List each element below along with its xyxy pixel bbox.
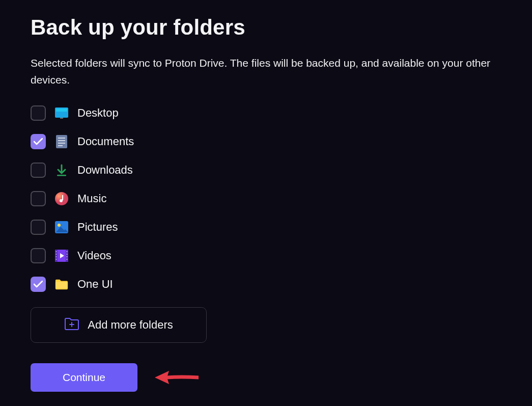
folder-label: Music xyxy=(77,192,106,205)
svg-rect-24 xyxy=(55,282,68,288)
svg-rect-3 xyxy=(56,135,67,148)
downloads-icon xyxy=(55,164,68,177)
folder-list: Desktop Documents Downloads Music xyxy=(31,105,501,292)
folder-icon xyxy=(55,278,68,291)
music-icon xyxy=(55,192,68,205)
pictures-icon xyxy=(55,221,68,234)
continue-button[interactable]: Continue xyxy=(31,363,137,392)
svg-point-18 xyxy=(56,256,57,257)
folder-row-desktop[interactable]: Desktop xyxy=(31,105,501,121)
checkbox-desktop[interactable] xyxy=(31,105,46,121)
folder-row-documents[interactable]: Documents xyxy=(31,134,501,149)
page-subtitle: Selected folders will sync to Proton Dri… xyxy=(31,55,501,88)
checkbox-one-ui[interactable] xyxy=(31,277,46,292)
documents-icon xyxy=(55,135,68,148)
svg-point-23 xyxy=(67,259,68,260)
svg-point-9 xyxy=(55,192,68,205)
svg-point-19 xyxy=(56,259,57,260)
folder-label: Downloads xyxy=(77,164,133,177)
checkbox-videos[interactable] xyxy=(31,248,46,263)
svg-rect-5 xyxy=(58,140,65,141)
folder-label: Desktop xyxy=(77,106,119,120)
checkbox-pictures[interactable] xyxy=(31,220,46,235)
folder-row-videos[interactable]: Videos xyxy=(31,248,501,263)
folder-row-one-ui[interactable]: One UI xyxy=(31,277,501,292)
folder-row-music[interactable]: Music xyxy=(31,191,501,206)
folder-label: Videos xyxy=(77,249,111,262)
folder-label: One UI xyxy=(77,278,113,291)
svg-rect-1 xyxy=(56,109,67,112)
continue-label: Continue xyxy=(63,371,105,384)
svg-point-10 xyxy=(60,199,63,202)
videos-icon xyxy=(55,249,68,262)
svg-rect-8 xyxy=(57,175,66,176)
svg-point-20 xyxy=(67,251,68,252)
svg-point-21 xyxy=(67,254,68,255)
folder-plus-icon xyxy=(64,317,79,333)
svg-point-17 xyxy=(56,254,57,255)
page-title: Back up your folders xyxy=(31,15,501,40)
svg-point-12 xyxy=(58,224,61,227)
add-more-label: Add more folders xyxy=(88,318,173,332)
folder-label: Documents xyxy=(77,135,134,148)
folder-row-pictures[interactable]: Pictures xyxy=(31,220,501,235)
checkbox-music[interactable] xyxy=(31,191,46,206)
svg-rect-6 xyxy=(58,143,65,144)
desktop-icon xyxy=(55,106,68,120)
folder-label: Pictures xyxy=(77,221,118,234)
checkbox-documents[interactable] xyxy=(31,134,46,149)
svg-point-16 xyxy=(56,251,57,252)
svg-point-22 xyxy=(67,256,68,257)
svg-rect-7 xyxy=(58,145,63,146)
svg-rect-4 xyxy=(58,138,65,139)
folder-row-downloads[interactable]: Downloads xyxy=(31,163,501,178)
add-more-folders-button[interactable]: Add more folders xyxy=(31,307,207,343)
checkbox-downloads[interactable] xyxy=(31,163,46,178)
annotation-arrow-icon xyxy=(153,367,199,388)
svg-rect-2 xyxy=(60,118,63,119)
